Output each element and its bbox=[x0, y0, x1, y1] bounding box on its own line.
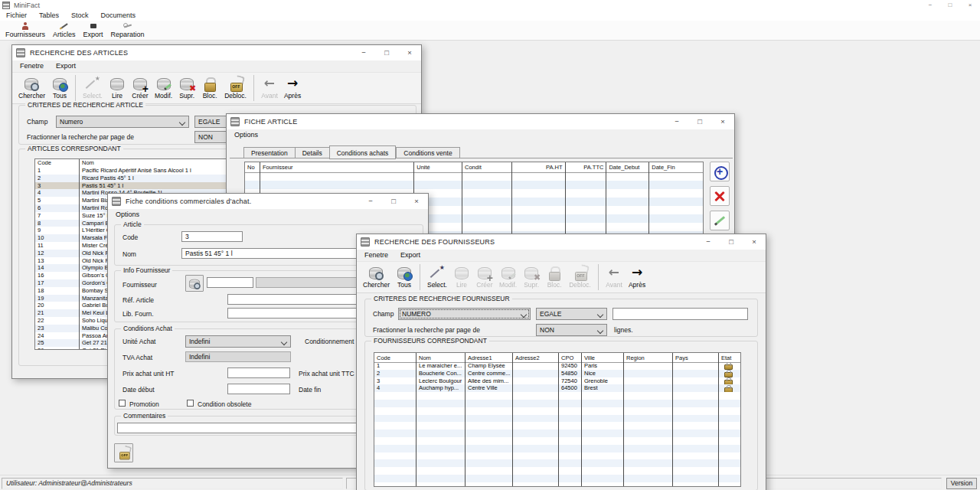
prix-ht-field[interactable] bbox=[227, 368, 290, 378]
toolbar-button-label: Select. bbox=[427, 281, 447, 289]
toolbar-button[interactable]: Avant bbox=[258, 77, 281, 100]
toolbar-button[interactable]: Select. bbox=[424, 266, 450, 289]
minimize-button[interactable]: − bbox=[665, 114, 688, 129]
toolbar-button[interactable]: Bloc. bbox=[543, 266, 566, 289]
champ-select[interactable]: NUMERO bbox=[398, 308, 531, 320]
table-column-header[interactable]: Etat bbox=[719, 353, 740, 486]
maximize-button[interactable]: □ bbox=[375, 45, 398, 60]
conditions-titlebar[interactable]: Fiche conditions commerciales d'achat. −… bbox=[108, 194, 428, 209]
toolbar-button-icon bbox=[453, 266, 470, 279]
table-column-header[interactable]: Nom bbox=[416, 353, 466, 486]
champ-select[interactable]: Numero bbox=[56, 116, 189, 128]
toolbar-button[interactable]: Chercher bbox=[360, 266, 393, 289]
minimize-button[interactable]: − bbox=[697, 234, 720, 250]
toolbar-button[interactable] bbox=[420, 264, 420, 290]
toolbar-button[interactable]: Supr. bbox=[520, 266, 543, 289]
close-button[interactable]: × bbox=[405, 194, 428, 209]
toolbar-button[interactable]: Après bbox=[281, 77, 304, 100]
toolbar-button[interactable]: Lire bbox=[450, 266, 473, 289]
operator-select[interactable]: EGALE bbox=[536, 308, 607, 320]
toolbar-button[interactable]: Bloc. bbox=[198, 77, 221, 100]
maximize-button[interactable]: □ bbox=[382, 194, 405, 209]
menu-item[interactable]: Export bbox=[394, 250, 426, 261]
articles-titlebar[interactable]: RECHERCHE DES ARTICLES − □ × bbox=[12, 45, 421, 60]
toolbar-button[interactable]: Debloc. bbox=[221, 77, 250, 100]
fournisseurs-titlebar[interactable]: RECHERCHE DES FOURNISSEURS − □ × bbox=[357, 234, 766, 250]
menu-item[interactable]: Fenetre bbox=[14, 60, 50, 72]
app-toolbar-button[interactable]: Export bbox=[80, 21, 107, 39]
toolbar-button[interactable]: Debloc. bbox=[566, 266, 594, 289]
app-restore-button[interactable]: □ bbox=[940, 0, 960, 11]
toolbar-button[interactable]: Chercher bbox=[15, 77, 48, 100]
toolbar-button[interactable]: Lire bbox=[106, 77, 129, 100]
table-column-header[interactable]: Adresse1 bbox=[466, 353, 513, 486]
toolbar-button[interactable]: Avant bbox=[603, 266, 626, 289]
app-toolbar-button[interactable]: Reparation bbox=[107, 21, 149, 39]
fiche-tab[interactable]: Conditions vente bbox=[396, 147, 459, 158]
fournisseurs-results-group: FOURNISSEURS CORRESPONDANT 1 Le maraiche… bbox=[364, 341, 758, 490]
table-column-header[interactable]: Pays bbox=[673, 353, 719, 486]
toolbar-button[interactable] bbox=[253, 75, 254, 101]
toolbar-button-label: Modif. bbox=[155, 92, 172, 100]
fournisseur-code-field[interactable] bbox=[207, 277, 253, 288]
promotion-checkbox[interactable] bbox=[119, 400, 126, 407]
app-menu-item[interactable]: Fichier bbox=[0, 11, 33, 21]
fiche-tab[interactable]: Details bbox=[295, 147, 329, 158]
toolbar-button[interactable]: Supr. bbox=[175, 77, 198, 100]
table-column-header[interactable]: Adresse2 bbox=[513, 353, 559, 486]
version-button[interactable]: Version bbox=[946, 478, 977, 489]
app-titlebar[interactable]: MiniFact − □ × bbox=[0, 0, 980, 11]
fiche-tab[interactable]: Conditions achats bbox=[329, 145, 397, 159]
toolbar-button[interactable]: Tous bbox=[48, 77, 71, 100]
table-column-header[interactable]: Ville bbox=[582, 353, 624, 486]
column-header-code[interactable]: Code bbox=[35, 159, 79, 167]
app-minimize-button[interactable]: − bbox=[920, 0, 940, 11]
toolbar-button[interactable]: Après bbox=[626, 266, 648, 289]
edit-row-button[interactable] bbox=[710, 211, 730, 230]
minimize-button[interactable]: − bbox=[352, 45, 375, 60]
toolbar-button[interactable]: Select. bbox=[80, 77, 106, 100]
toolbar-button[interactable]: Créer bbox=[473, 266, 496, 289]
toolbar-button[interactable]: Modif. bbox=[152, 77, 175, 100]
minimize-button[interactable]: − bbox=[359, 194, 382, 209]
fiche-titlebar[interactable]: FICHE ARTICLE − □ × bbox=[227, 114, 734, 129]
fraction-select[interactable]: NON bbox=[536, 324, 607, 336]
date-debut-field[interactable] bbox=[227, 384, 290, 394]
code-field[interactable]: 3 bbox=[181, 231, 243, 242]
unite-achat-select[interactable]: Indefini bbox=[185, 335, 291, 348]
close-button[interactable]: × bbox=[398, 45, 421, 60]
article-code: 12 bbox=[35, 250, 79, 257]
condition-obsolete-checkbox[interactable] bbox=[187, 400, 194, 407]
toolbar-button[interactable]: Créer bbox=[129, 77, 152, 100]
table-column-header[interactable]: CPO bbox=[559, 353, 582, 486]
app-menu-item[interactable]: Stock bbox=[65, 11, 95, 21]
app-menu-item[interactable]: Tables bbox=[33, 11, 65, 21]
article-code: 21 bbox=[35, 309, 79, 317]
search-value-input[interactable] bbox=[612, 308, 748, 320]
toolbar-button[interactable] bbox=[75, 75, 76, 101]
close-button[interactable]: × bbox=[743, 234, 766, 250]
fournisseurs-table[interactable]: 1 Le maraicher e... Champ Elysée 92450 P… bbox=[374, 352, 741, 487]
close-button[interactable]: × bbox=[711, 114, 734, 129]
menu-item[interactable]: Fenetre bbox=[358, 250, 394, 261]
add-row-button[interactable] bbox=[710, 162, 730, 181]
toolbar-button[interactable] bbox=[598, 264, 599, 290]
unlock-button[interactable] bbox=[114, 443, 133, 462]
menu-item[interactable]: Export bbox=[50, 60, 82, 72]
app-close-button[interactable]: × bbox=[960, 0, 980, 11]
toolbar-button[interactable]: Modif. bbox=[496, 266, 520, 289]
app-toolbar-button[interactable]: Fournisseurs bbox=[2, 21, 49, 39]
menu-item[interactable]: Options bbox=[109, 209, 145, 220]
delete-row-button[interactable] bbox=[710, 186, 730, 206]
fiche-tab[interactable]: Presentation bbox=[243, 147, 295, 158]
table-column-header[interactable]: Region bbox=[624, 353, 673, 486]
menu-item[interactable]: Options bbox=[228, 129, 264, 141]
fournisseur-search-button[interactable] bbox=[185, 275, 204, 292]
table-column-header[interactable]: Code bbox=[374, 353, 416, 486]
toolbar-button[interactable]: Tous bbox=[393, 266, 416, 289]
app-toolbar-button[interactable]: Articles bbox=[49, 21, 80, 39]
maximize-button[interactable]: □ bbox=[720, 234, 743, 250]
app-menu-item[interactable]: Documents bbox=[95, 11, 142, 21]
maximize-button[interactable]: □ bbox=[688, 114, 711, 129]
toolbar-button-icon bbox=[546, 266, 563, 279]
